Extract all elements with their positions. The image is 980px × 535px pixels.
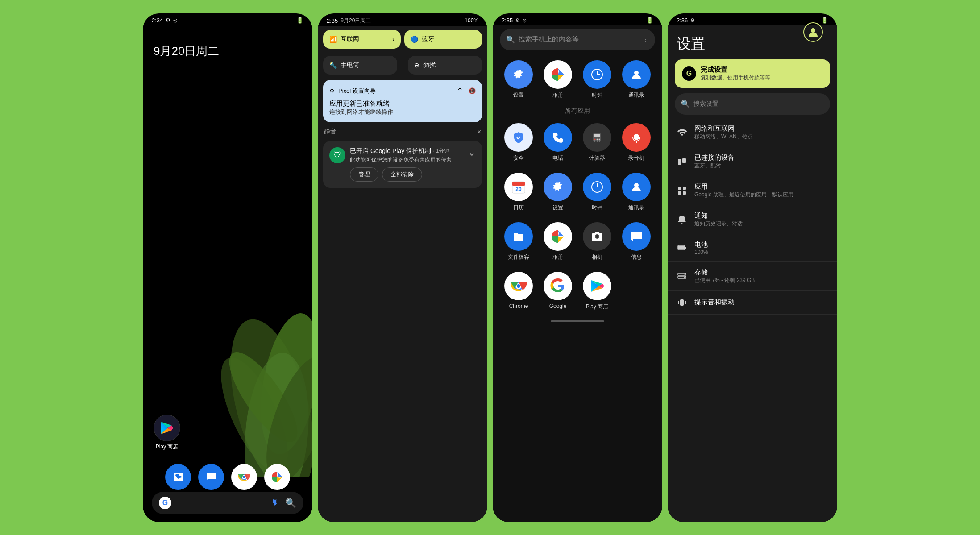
app-files[interactable]: 文件极客 <box>500 218 537 265</box>
storage-sub: 已使用 7% - 还剩 239 GB <box>694 277 755 284</box>
svg-point-35 <box>811 28 815 33</box>
app-settings2[interactable]: 设置 <box>539 168 577 216</box>
apps-item-text: 应用 Google 助理、最近使用的应用、默认应用 <box>694 182 793 199</box>
pp-expand-icon[interactable]: ⌄ <box>468 147 476 158</box>
dock <box>143 459 312 495</box>
silent-close-icon[interactable]: × <box>478 128 481 135</box>
settings-item-sound[interactable]: 提示音和振动 <box>668 291 837 315</box>
play-protect-time: · 1分钟 <box>433 147 449 155</box>
pixel-notif-app: Pixel 设置向导 <box>338 87 376 95</box>
app-calculator[interactable]: 计算器 <box>578 119 616 166</box>
dnd-toggle[interactable]: ⊖ 勿扰 <box>408 56 482 75</box>
notif-item-text: 通知 通知历史记录、对话 <box>694 212 743 228</box>
battery-settings-icon <box>677 242 687 253</box>
settings-item-apps[interactable]: 应用 Google 助理、最近使用的应用、默认应用 <box>668 176 837 205</box>
battery-icon-p4: 🔋 <box>821 17 828 24</box>
dock-chrome[interactable] <box>231 464 257 490</box>
bluetooth-toggle[interactable]: 🔵 蓝牙 <box>404 30 482 49</box>
settings-search-bar[interactable]: 🔍 搜索设置 <box>675 93 830 115</box>
search-placeholder: 搜索手机上的内容等 <box>519 35 638 44</box>
dock-phone[interactable] <box>165 464 191 490</box>
google-g-icon: G <box>159 497 171 509</box>
app-drawer-search[interactable]: 🔍 搜索手机上的内容等 ⋮ <box>500 29 655 50</box>
dnd-label: 勿扰 <box>423 61 436 69</box>
app-contacts-top[interactable]: 通讯录 <box>618 56 655 104</box>
app-clock-top[interactable]: 时钟 <box>578 56 616 104</box>
clear-all-button[interactable]: 全部清除 <box>382 167 422 182</box>
app-messages[interactable]: 信息 <box>618 218 655 265</box>
connected-sub: 蓝牙、配对 <box>694 162 735 170</box>
play-protect-body: 此功能可保护您的设备免受有害应用的侵害 <box>350 156 464 164</box>
app-camera[interactable]: 相机 <box>578 218 616 265</box>
more-options-icon[interactable]: ⋮ <box>642 35 649 44</box>
settings-top-label: 设置 <box>513 91 524 99</box>
svg-rect-42 <box>683 191 686 195</box>
app-contacts2[interactable]: 通讯录 <box>618 168 655 216</box>
storage-icon <box>677 271 687 282</box>
svg-rect-24 <box>512 182 525 186</box>
notif-sub: 通知历史记录、对话 <box>694 220 743 228</box>
settings-item-storage[interactable]: 存储 已使用 7% - 还剩 239 GB <box>668 262 837 291</box>
play-store-icon <box>159 420 175 436</box>
svg-rect-45 <box>685 247 686 249</box>
phone2-time: 2:35 <box>327 17 338 24</box>
svg-point-19 <box>597 140 598 141</box>
home-search-bar[interactable]: G 🎙 🔍 <box>152 492 303 514</box>
phone4-content: 设置 G 完成设置 复制数据、使用手机付款等等 🔍 搜索设置 <box>668 25 837 522</box>
photos2-label: 相册 <box>552 253 563 261</box>
svg-text:20: 20 <box>515 186 522 192</box>
svg-point-15 <box>594 138 596 140</box>
play-protect-notification: 🛡 已开启 Google Play 保护机制 · 1分钟 此功能可保护您的设备免… <box>323 141 482 188</box>
settings2-label: 设置 <box>552 204 563 212</box>
settings-item-battery[interactable]: 电池 100% <box>668 234 837 262</box>
app-security[interactable]: 安全 <box>500 119 537 166</box>
app-calendar[interactable]: 20 日历 <box>500 168 537 216</box>
notif-collapse-icon[interactable]: ⌃ <box>457 86 463 96</box>
user-avatar[interactable] <box>803 22 823 42</box>
settings-search-placeholder: 搜索设置 <box>693 100 718 108</box>
wifi-toggle[interactable]: 📶 互联网 › <box>323 30 401 49</box>
svg-point-29 <box>634 183 639 187</box>
settings-item-network[interactable]: 网络和互联网 移动网络、WLAN、热点 <box>668 118 837 147</box>
dock-photos[interactable] <box>264 464 290 490</box>
app-clock2[interactable]: 时钟 <box>578 168 616 216</box>
app-playstore[interactable]: Play 商店 <box>578 267 616 315</box>
play-store-label: Play 商店 <box>156 443 179 451</box>
play-store-app[interactable]: Play 商店 <box>154 415 180 451</box>
manage-button[interactable]: 管理 <box>350 167 378 182</box>
pixel-notif-gear-icon: ⚙ <box>329 87 335 94</box>
app-photos2[interactable]: 相册 <box>539 218 577 265</box>
play-protect-title: 已开启 Google Play 保护机制 <box>350 147 431 155</box>
pixel-setup-notification: ⚙ Pixel 设置向导 ⌃ 📵 应用更新已准备就绪 连接到网络才能继续操作 <box>323 80 482 122</box>
svg-rect-50 <box>680 299 684 306</box>
settings-item-notifications[interactable]: 通知 通知历史记录、对话 <box>668 205 837 234</box>
mic-icon[interactable]: 🎙 <box>271 498 280 508</box>
storage-title: 存储 <box>694 268 755 277</box>
flashlight-toggle[interactable]: 🔦 手电筒 <box>323 56 397 75</box>
all-apps-row4: Chrome Google <box>500 267 655 315</box>
svg-rect-40 <box>683 187 686 190</box>
phone1-date: 9月20日周二 <box>143 25 312 59</box>
files-label: 文件极客 <box>508 253 529 261</box>
app-phone[interactable]: 电话 <box>539 119 577 166</box>
setup-card-text: 完成设置 复制数据、使用手机付款等等 <box>701 66 770 82</box>
svg-rect-39 <box>678 187 681 190</box>
wifi-arrow: › <box>392 36 394 43</box>
svg-rect-53 <box>679 301 679 304</box>
phone4: 2:36 ⚙ 🔋 设置 G 完成设置 <box>668 13 837 522</box>
app-settings-top[interactable]: 设置 <box>500 56 537 104</box>
recorder-label: 录音机 <box>628 154 644 162</box>
app-photos-top[interactable]: 相册 <box>539 56 577 104</box>
settings-icon: ⚙ <box>515 17 520 23</box>
setup-card[interactable]: G 完成设置 复制数据、使用手机付款等等 <box>675 59 830 88</box>
all-apps-row1: 安全 电话 <box>500 119 655 166</box>
app-google[interactable]: Google <box>539 267 577 315</box>
settings-item-connected[interactable]: 已连接的设备 蓝牙、配对 <box>668 147 837 176</box>
all-apps-section-title: 所有应用 <box>500 107 655 115</box>
app-chrome[interactable]: Chrome <box>500 267 537 315</box>
search-icon-settings: 🔍 <box>681 100 690 108</box>
app-recorder[interactable]: 录音机 <box>618 119 655 166</box>
dock-messages[interactable] <box>198 464 224 490</box>
lens-icon[interactable]: 🔍 <box>285 498 296 508</box>
svg-point-49 <box>684 277 685 278</box>
